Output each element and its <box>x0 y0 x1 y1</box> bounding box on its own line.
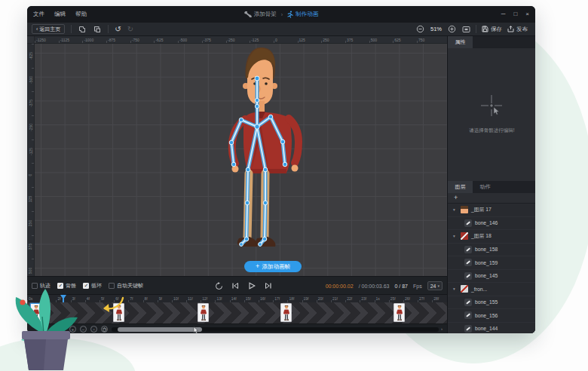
ruler-tick-label: 375 <box>345 36 369 43</box>
layer-tree-row[interactable]: _fron... <box>448 283 535 296</box>
divider <box>71 25 72 33</box>
bone-icon <box>464 311 472 319</box>
timeline-scrollbar[interactable] <box>112 327 439 332</box>
canvas-area: -1250-1125-1000-875-750-625-500-375-250-… <box>27 36 447 276</box>
frame-tick-label: 19f <box>302 295 317 302</box>
ruler-tick-label: -375 <box>202 36 226 43</box>
ruler-tick-label: -500 <box>27 68 34 92</box>
plant-decoration <box>0 279 143 371</box>
keyframe-thumbnail[interactable] <box>394 303 405 322</box>
tab-properties[interactable]: 属性 <box>448 36 473 48</box>
layer-tree-row[interactable]: bone_156 <box>448 309 535 323</box>
keyframe-character-preview <box>199 305 208 321</box>
bone-icon <box>244 11 252 17</box>
horizontal-ruler: -1250-1125-1000-875-750-625-500-375-250-… <box>35 36 447 44</box>
frame-tick-label: 17f <box>273 295 287 302</box>
frame-tick-label: 14f <box>230 295 244 302</box>
fit-screen-icon[interactable] <box>461 25 470 34</box>
keyframe-character-preview <box>282 305 291 321</box>
frame-tick-label: 13f <box>215 295 229 302</box>
next-frame-icon[interactable] <box>264 281 273 290</box>
ruler-tick-label: 125 <box>27 187 34 211</box>
layers-tab[interactable]: 图层 <box>448 181 473 193</box>
time-display: 00:00:00.02 / 00:00:03.63 0 / 87 Fps 24 … <box>326 277 443 295</box>
redo-icon[interactable]: ↻ <box>127 26 133 33</box>
zoom-in-icon[interactable] <box>447 25 456 34</box>
frame-tick-label: 27f <box>418 295 432 302</box>
frame-counter: 0 / 87 <box>395 284 409 289</box>
frame-tick-label: 9f <box>158 295 172 302</box>
paste-frame-icon[interactable] <box>93 25 102 34</box>
fps-dropdown[interactable]: 24 ▾ <box>427 281 443 290</box>
keyframe-thumbnail[interactable] <box>280 303 292 322</box>
frame-tick-label: 20f <box>317 295 331 302</box>
ruler-tick-label: 0 <box>274 36 298 43</box>
undo-icon[interactable]: ↺ <box>115 26 121 33</box>
vertical-ruler: -625-500-375-250-1250125250375500 <box>27 44 35 276</box>
close-icon[interactable]: × <box>525 11 529 17</box>
previous-frame-icon[interactable] <box>231 281 240 290</box>
layer-tree-row[interactable]: bone_158 <box>448 244 535 257</box>
maximize-icon[interactable]: □ <box>513 11 517 17</box>
ruler-tick-label: 625 <box>393 36 417 43</box>
frame-tick-label: 26f <box>403 295 418 302</box>
layer-tree-row[interactable]: bone_159 <box>448 256 535 270</box>
layer-tree-row[interactable]: bone_146 <box>448 217 535 231</box>
layer-tree-row[interactable]: _图层 17 <box>448 204 535 217</box>
ruler-tick-label: -375 <box>27 91 34 115</box>
add-frame-label: 添加动画帧 <box>262 263 290 271</box>
fps-label: Fps <box>413 284 422 289</box>
layers-tab[interactable]: 动作 <box>473 181 498 193</box>
step-make-animation[interactable]: 制作动画 <box>287 11 318 18</box>
layer-label: bone_158 <box>475 247 498 252</box>
chevron-down-icon[interactable] <box>453 234 458 238</box>
layer-tree-row[interactable]: bone_155 <box>448 296 535 310</box>
layer-tree-row[interactable]: bone_145 <box>448 270 535 284</box>
frame-tick-label: 23f <box>360 295 374 302</box>
scroll-right-icon[interactable]: › <box>441 327 443 331</box>
back-home-button[interactable]: ‹ 返回主页 <box>32 24 65 34</box>
layer-thumbnail <box>461 206 468 213</box>
keyframe-thumbnail[interactable] <box>198 303 209 322</box>
frame-tick-label: 8f <box>143 295 158 302</box>
properties-tabstrip: 属性 <box>448 36 535 48</box>
step-add-skeleton[interactable]: 添加骨架 <box>244 11 277 18</box>
layer-tree-row[interactable]: _图层 18 <box>448 230 535 244</box>
ruler-tick-label: 500 <box>27 259 34 276</box>
add-layer-button[interactable]: + <box>454 195 458 201</box>
ruler-tick-label: -625 <box>27 44 34 68</box>
add-animation-frame-button[interactable]: + 添加动画帧 <box>244 261 302 272</box>
step-label: 添加骨架 <box>254 11 277 18</box>
publish-button[interactable]: 发布 <box>507 26 528 33</box>
zoom-out-icon[interactable] <box>416 25 425 34</box>
divider <box>108 25 109 33</box>
restart-icon[interactable] <box>214 281 223 290</box>
ruler-tick-label: -1250 <box>35 36 59 43</box>
ruler-tick-label: -250 <box>226 36 250 43</box>
back-home-label: 返回主页 <box>39 26 60 33</box>
ruler-tick-label: -250 <box>27 115 34 140</box>
save-icon <box>482 26 488 32</box>
frame-tick-label: 12f <box>201 295 215 302</box>
ruler-tick-label: -625 <box>154 36 178 43</box>
chevron-down-icon[interactable] <box>453 207 458 212</box>
layer-thumbnail <box>461 232 468 240</box>
minimize-icon[interactable]: ─ <box>501 11 506 17</box>
bone-icon <box>464 246 472 253</box>
ruler-tick-label: -875 <box>106 36 130 43</box>
ruler-tick-label: 750 <box>417 36 441 43</box>
frame-tick-label: 16f <box>259 295 273 302</box>
ruler-tick-label: -125 <box>250 36 274 43</box>
layer-tree-row[interactable]: bone_144 <box>448 323 535 334</box>
play-icon[interactable] <box>247 281 256 290</box>
save-label: 保存 <box>491 26 502 33</box>
chevron-down-icon[interactable] <box>453 287 458 291</box>
chevron-down-icon: ▾ <box>437 284 439 288</box>
chevron-left-icon: ‹ <box>36 26 38 32</box>
stage-canvas[interactable]: + 添加动画帧 <box>35 44 447 276</box>
empty-selection-hint: 请选择骨骼进行编辑! <box>448 127 535 134</box>
copy-frame-icon[interactable] <box>78 25 87 34</box>
save-button[interactable]: 保存 <box>482 26 502 33</box>
ruler-tick-label: -125 <box>27 140 34 164</box>
zoom-level[interactable]: 51% <box>430 26 442 32</box>
